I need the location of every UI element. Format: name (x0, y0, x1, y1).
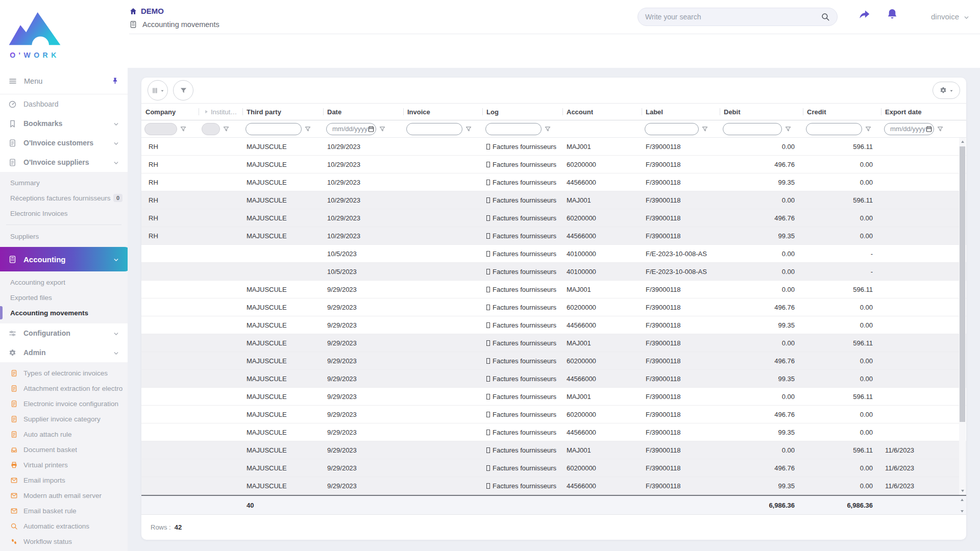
col-header-company[interactable]: Company (141, 104, 199, 120)
suppliers-submenu: Summary Réceptions factures fournisseurs… (0, 172, 128, 247)
cell: 596.11 (803, 339, 881, 347)
filter-funnel-icon[interactable] (701, 126, 708, 133)
breadcrumb-app[interactable]: DEMO (129, 6, 219, 15)
col-header-export-date[interactable]: Export date (881, 104, 959, 120)
table-row[interactable]: RHMAJUSCULE10/29/2023 Factures fournisse… (141, 191, 966, 209)
table-row[interactable]: MAJUSCULE9/29/2023 Factures fournisseurs… (141, 477, 966, 495)
table-row[interactable]: MAJUSCULE9/29/2023 Factures fournisseurs… (141, 459, 966, 477)
col-header-institution[interactable]: Institution (199, 104, 242, 120)
scroll-down-icon[interactable] (960, 487, 965, 494)
sidebar-subitem-electronic-invoices[interactable]: Electronic Invoices (0, 206, 128, 221)
sidebar-subitem-email-imports[interactable]: Email imports (0, 472, 128, 488)
date-filter-input[interactable]: mm/dd/yyyy (884, 123, 934, 135)
sidebar-subitem-workflow-status[interactable]: Workflow status (0, 534, 128, 549)
share-button[interactable] (857, 8, 871, 21)
filter-funnel-icon[interactable] (937, 126, 944, 133)
sidebar-subitem-auto-attach-rule[interactable]: Auto attach rule (0, 427, 128, 442)
sidebar-subitem-modern-auth-email-server[interactable]: Modern auth email server (0, 488, 128, 503)
user-menu[interactable]: dinvoice (931, 12, 970, 21)
table-row[interactable]: 10/5/2023 Factures fournisseurs40100000F… (141, 245, 966, 263)
col-header-log[interactable]: Log (482, 104, 562, 120)
filter-cell (141, 123, 199, 135)
filter-funnel-icon[interactable] (465, 126, 472, 133)
sidebar-item-o-invoice-suppliers[interactable]: O'Invoice suppliers (0, 153, 128, 172)
table-row[interactable]: MAJUSCULE9/29/2023 Factures fournisseurs… (141, 423, 966, 441)
sidebar-subitem-supplier-invoice-category[interactable]: Supplier invoice category (0, 411, 128, 427)
notifications-button[interactable] (886, 8, 899, 21)
col-header-credit[interactable]: Credit (803, 104, 881, 120)
filter-funnel-icon[interactable] (379, 126, 386, 133)
pin-sidebar-icon[interactable] (111, 77, 119, 86)
col-header-third-party[interactable]: Third party (242, 104, 323, 120)
vertical-scrollbar[interactable] (959, 138, 966, 495)
sidebar-subitem-electronic-invoice-configuration[interactable]: Electronic invoice configuration (0, 396, 128, 411)
filter-funnel-icon[interactable] (865, 126, 872, 133)
col-header-debit[interactable]: Debit (720, 104, 803, 120)
sidebar-item-bookmarks[interactable]: Bookmarks (0, 114, 128, 133)
filter-funnel-icon[interactable] (785, 126, 792, 133)
filter-input[interactable] (723, 123, 782, 135)
scroll-up-icon[interactable] (960, 138, 965, 145)
sidebar-subitem-accounting-export[interactable]: Accounting export (0, 274, 128, 290)
scroll-up-icon[interactable] (960, 497, 965, 503)
table-row[interactable]: MAJUSCULE9/29/2023 Factures fournisseurs… (141, 281, 966, 298)
sidebar-subitem-exported-files[interactable]: Exported files (0, 290, 128, 305)
date-filter-input[interactable]: mm/dd/yyyy (326, 123, 376, 135)
filter-funnel-icon[interactable] (304, 126, 311, 133)
table-row[interactable]: RHMAJUSCULE10/29/2023 Factures fournisse… (141, 138, 966, 156)
filter-input[interactable] (406, 123, 462, 135)
table-row[interactable]: MAJUSCULE9/29/2023 Factures fournisseurs… (141, 370, 966, 388)
cell-log: Factures fournisseurs (482, 321, 562, 329)
scrollbar-thumb[interactable] (960, 146, 965, 422)
sidebar-subitem-accounting-movements[interactable]: Accounting movements (0, 305, 128, 320)
col-header-invoice[interactable]: Invoice (403, 104, 482, 120)
table-row[interactable]: RHMAJUSCULE10/29/2023 Factures fournisse… (141, 173, 966, 191)
sidebar-item-configuration[interactable]: Configuration (0, 323, 128, 343)
columns-button[interactable] (148, 80, 168, 101)
doc-icon (10, 400, 18, 408)
sidebar-item-o-invoice-customers[interactable]: O'Invoice customers (0, 133, 128, 153)
table-row[interactable]: RHMAJUSCULE10/29/2023 Factures fournisse… (141, 156, 966, 173)
sidebar-subitem-attachment-extraction-for-electron[interactable]: Attachment extraction for electron (0, 381, 128, 396)
cell: 596.11 (803, 143, 881, 151)
table-settings-button[interactable] (933, 82, 960, 99)
filter-funnel-icon[interactable] (544, 126, 551, 133)
table-row[interactable]: MAJUSCULE9/29/2023 Factures fournisseurs… (141, 406, 966, 423)
table-row[interactable]: MAJUSCULE9/29/2023 Factures fournisseurs… (141, 298, 966, 316)
table-row[interactable]: RHMAJUSCULE10/29/2023 Factures fournisse… (141, 209, 966, 227)
table-row[interactable]: MAJUSCULE9/29/2023 Factures fournisseurs… (141, 352, 966, 370)
sidebar-subitem-automatic-extractions[interactable]: Automatic extractions (0, 518, 128, 534)
sidebar-item-dashboard[interactable]: Dashboard (0, 94, 128, 114)
filter-button[interactable] (173, 80, 193, 101)
sidebar-item-accounting[interactable]: Accounting (0, 247, 128, 271)
table-row[interactable]: MAJUSCULE9/29/2023 Factures fournisseurs… (141, 316, 966, 334)
table-row[interactable]: RHMAJUSCULE10/29/2023 Factures fournisse… (141, 227, 966, 245)
sidebar-item-admin[interactable]: Admin (0, 343, 128, 362)
table-row[interactable]: MAJUSCULE9/29/2023 Factures fournisseurs… (141, 334, 966, 352)
filter-input[interactable] (645, 123, 699, 135)
search-icon[interactable] (821, 12, 830, 22)
col-header-date[interactable]: Date (323, 104, 403, 120)
filter-input[interactable] (485, 123, 542, 135)
table-row[interactable]: MAJUSCULE9/29/2023 Factures fournisseurs… (141, 388, 966, 406)
sidebar-subitem-document-basket[interactable]: Document basket (0, 442, 128, 457)
sidebar-subitem-summary[interactable]: Summary (0, 175, 128, 190)
filter-input[interactable] (246, 123, 302, 135)
expand-column-icon[interactable] (203, 108, 210, 115)
filter-funnel-icon[interactable] (223, 126, 230, 133)
filter-input[interactable] (806, 123, 862, 135)
hamburger-icon[interactable] (8, 76, 17, 85)
search-input[interactable] (645, 13, 821, 21)
sidebar-subitem-suppliers[interactable]: Suppliers (0, 229, 128, 244)
caret-down-icon (949, 87, 954, 94)
sidebar-subitem-r-ceptions-factures-fournisseurs[interactable]: Réceptions factures fournisseurs 0 (0, 190, 128, 206)
col-header-label[interactable]: Label (642, 104, 720, 120)
col-header-account[interactable]: Account (562, 104, 642, 120)
table-row[interactable]: MAJUSCULE9/29/2023 Factures fournisseurs… (141, 441, 966, 459)
table-row[interactable]: 10/5/2023 Factures fournisseurs40100000F… (141, 263, 966, 281)
filter-funnel-icon[interactable] (180, 126, 187, 133)
scroll-down-icon[interactable] (960, 509, 965, 514)
sidebar-subitem-types-of-electronic-invoices[interactable]: Types of electronic invoices (0, 365, 128, 381)
sidebar-subitem-email-basket-rule[interactable]: Email basket rule (0, 503, 128, 518)
sidebar-subitem-virtual-printers[interactable]: Virtual printers (0, 457, 128, 472)
